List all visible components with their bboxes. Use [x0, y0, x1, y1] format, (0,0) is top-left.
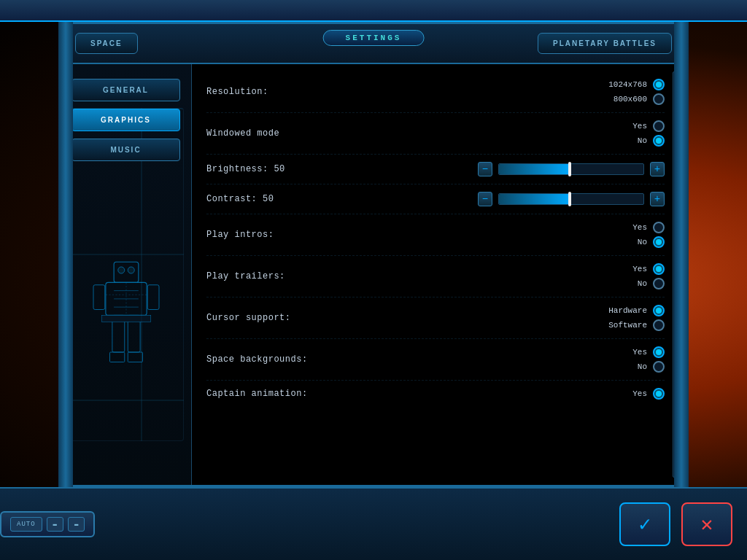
space-bg-label: Space backgrounds:: [206, 354, 338, 365]
captain-controls: Yes: [338, 388, 665, 400]
contrast-label: Contrast: 50: [206, 194, 338, 204]
cursor-controls: Hardware Software: [338, 305, 665, 331]
cursor-hardware-row: Hardware: [589, 305, 665, 316]
brightness-label: Brightness: 50: [206, 164, 338, 174]
windowed-no-row: No: [589, 135, 665, 147]
svg-rect-8: [147, 285, 159, 310]
intros-no-radio[interactable]: [653, 236, 665, 248]
svg-rect-0: [114, 262, 139, 282]
settings-content-wrapper: Resolution: 747x560 800x600 W: [192, 64, 686, 485]
captain-yes-radio[interactable]: [653, 388, 665, 400]
brightness-row: Brightness: 50 − +: [206, 155, 665, 184]
cursor-label: Cursor support:: [206, 313, 338, 323]
resolution-1024-radio[interactable]: [653, 79, 665, 90]
music-nav-button[interactable]: MUSIC: [71, 139, 180, 161]
bottom-left-panel: AUTO ▬ ▬: [0, 511, 95, 537]
cursor-hardware-radio[interactable]: [653, 305, 665, 316]
windowed-row: Windowed mode Yes No: [206, 113, 665, 155]
bottom-left-controls: AUTO ▬ ▬: [0, 511, 95, 537]
intros-yes-label: Yes: [589, 223, 647, 232]
settings-area: Resolution: 747x560 800x600 W: [192, 64, 686, 485]
windowed-label: Windowed mode: [206, 128, 338, 139]
brightness-controls: − +: [338, 162, 665, 176]
captain-yes-row: Yes: [589, 388, 665, 400]
resolution-label: Resolution:: [206, 87, 338, 97]
svg-point-1: [117, 267, 124, 273]
cursor-software-row: Software: [589, 319, 665, 331]
brightness-slider-fill: [499, 164, 571, 174]
trailers-yes-row: Yes: [589, 263, 665, 275]
panel-header: SPACE SETTINGS PLANETARY BATTLES: [61, 24, 686, 64]
brightness-slider-track[interactable]: [498, 163, 644, 175]
intros-yes-row: Yes: [589, 222, 665, 233]
svg-rect-11: [109, 352, 124, 362]
contrast-slider-fill: [499, 194, 571, 204]
space-bg-yes-radio[interactable]: [653, 346, 665, 358]
sidebar: GENERAL GRAPHICS MUSIC: [61, 64, 192, 485]
robot-illustration: [71, 168, 180, 470]
windowed-no-label: No: [589, 136, 647, 145]
planetary-battles-button[interactable]: PLANETARY BATTLES: [538, 33, 672, 54]
space-bg-row: Space backgrounds: Yes No: [206, 339, 665, 381]
resolution-800-row: 800x600: [589, 93, 665, 105]
play-trailers-row: Play trailers: Yes No: [206, 256, 665, 298]
brightness-slider-row: − +: [338, 162, 665, 176]
brightness-slider-thumb: [568, 162, 571, 176]
windowed-yes-label: Yes: [589, 122, 647, 131]
captain-label: Captain animation:: [206, 389, 338, 399]
resolution-800-label: 800x600: [589, 95, 647, 104]
space-bg-no-row: No: [589, 361, 665, 373]
bottom-extra-btn1[interactable]: ▬: [47, 517, 63, 532]
svg-rect-12: [128, 352, 142, 362]
trailers-no-radio[interactable]: [653, 278, 665, 289]
general-nav-button[interactable]: GENERAL: [71, 79, 180, 101]
contrast-slider-track[interactable]: [498, 193, 644, 205]
svg-point-2: [128, 267, 134, 273]
intros-yes-radio[interactable]: [653, 222, 665, 233]
captain-row: Captain animation: Yes: [206, 381, 665, 407]
cancel-button[interactable]: ✕: [681, 502, 732, 546]
windowed-yes-radio[interactable]: [653, 120, 665, 132]
play-intros-row: Play intros: Yes No: [206, 214, 665, 256]
captain-yes-label: Yes: [589, 389, 647, 398]
space-bg-yes-label: Yes: [589, 348, 647, 357]
play-intros-controls: Yes No: [338, 222, 665, 248]
svg-rect-13: [101, 315, 151, 322]
trailers-no-label: No: [589, 279, 647, 288]
main-panel: SPACE SETTINGS PLANETARY BATTLES GENERAL…: [58, 22, 689, 487]
cursor-software-label: Software: [589, 321, 647, 330]
auto-button[interactable]: AUTO: [10, 517, 42, 532]
windowed-yes-row: Yes: [589, 120, 665, 132]
panel-content: GENERAL GRAPHICS MUSIC: [61, 64, 686, 485]
resolution-800-radio[interactable]: [653, 93, 665, 105]
settings-title: SETTINGS: [323, 30, 425, 46]
cursor-software-radio[interactable]: [653, 319, 665, 331]
space-bg-yes-row: Yes: [589, 346, 665, 358]
space-bg-no-radio[interactable]: [653, 361, 665, 373]
confirm-button[interactable]: ✓: [619, 502, 670, 546]
cursor-hardware-label: Hardware: [589, 306, 647, 315]
windowed-no-radio[interactable]: [653, 135, 665, 147]
contrast-slider-row: − +: [338, 192, 665, 206]
play-trailers-controls: Yes No: [338, 263, 665, 289]
space-bg-no-label: No: [589, 362, 647, 371]
contrast-controls: − +: [338, 192, 665, 206]
bottom-bar: AUTO ▬ ▬ ✓ ✕: [0, 487, 747, 560]
intros-no-row: No: [589, 236, 665, 248]
right-frame-ornament: [674, 22, 689, 487]
brightness-decrease-button[interactable]: −: [478, 162, 492, 176]
contrast-increase-button[interactable]: +: [650, 192, 665, 206]
trailers-yes-radio[interactable]: [653, 263, 665, 275]
contrast-decrease-button[interactable]: −: [478, 192, 492, 206]
resolution-1024-row: 747x560: [589, 79, 665, 90]
graphics-nav-button[interactable]: GRAPHICS: [71, 109, 180, 131]
svg-rect-7: [93, 285, 105, 310]
brightness-increase-button[interactable]: +: [650, 162, 665, 176]
bottom-extra-btn2[interactable]: ▬: [68, 517, 85, 532]
contrast-slider-thumb: [568, 192, 571, 206]
windowed-controls: Yes No: [338, 120, 665, 147]
resolution-controls: 747x560 800x600: [338, 79, 665, 105]
resolution-1024-label: 747x560: [589, 80, 647, 89]
space-button[interactable]: SPACE: [75, 33, 138, 54]
trailers-yes-label: Yes: [589, 265, 647, 273]
